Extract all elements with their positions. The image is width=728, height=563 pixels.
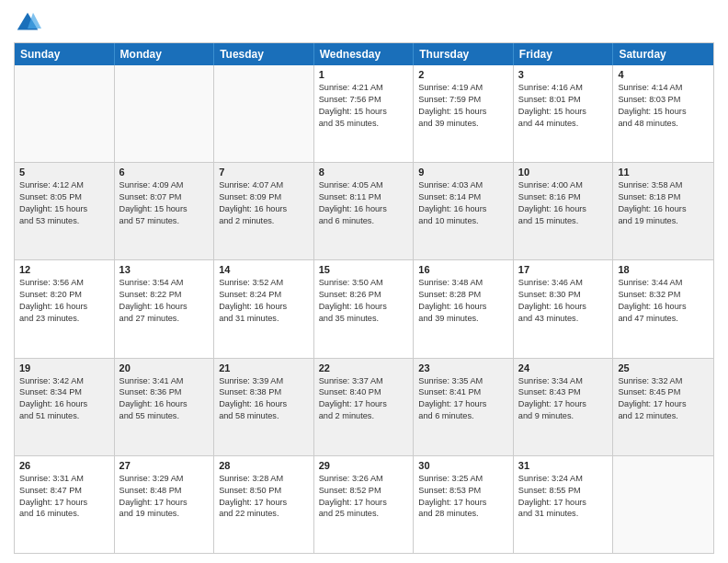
cell-info: Sunrise: 4:00 AM Sunset: 8:16 PM Dayligh…: [518, 179, 609, 227]
day-number: 8: [319, 167, 409, 178]
day-number: 5: [19, 167, 109, 178]
calendar-cell: 18Sunrise: 3:44 AM Sunset: 8:32 PM Dayli…: [613, 260, 713, 357]
calendar-cell: 15Sunrise: 3:50 AM Sunset: 8:26 PM Dayli…: [314, 260, 415, 357]
header: [14, 9, 714, 37]
cell-info: Sunrise: 3:58 AM Sunset: 8:18 PM Dayligh…: [618, 179, 709, 227]
calendar-row: 1Sunrise: 4:21 AM Sunset: 7:56 PM Daylig…: [15, 65, 713, 163]
calendar-cell: 11Sunrise: 3:58 AM Sunset: 8:18 PM Dayli…: [613, 163, 713, 259]
cell-info: Sunrise: 3:42 AM Sunset: 8:34 PM Dayligh…: [19, 375, 109, 423]
cell-info: Sunrise: 3:44 AM Sunset: 8:32 PM Dayligh…: [618, 277, 709, 325]
calendar-header-cell: Sunday: [15, 43, 115, 65]
day-number: 27: [119, 460, 210, 471]
day-number: 20: [119, 362, 210, 373]
cell-info: Sunrise: 4:21 AM Sunset: 7:56 PM Dayligh…: [319, 82, 409, 130]
cell-info: Sunrise: 4:14 AM Sunset: 8:03 PM Dayligh…: [618, 82, 709, 130]
calendar-cell: 23Sunrise: 3:35 AM Sunset: 8:41 PM Dayli…: [414, 359, 514, 455]
calendar-cell: 25Sunrise: 3:32 AM Sunset: 8:45 PM Dayli…: [613, 359, 713, 455]
cell-info: Sunrise: 3:54 AM Sunset: 8:22 PM Dayligh…: [119, 277, 210, 325]
cell-info: Sunrise: 3:25 AM Sunset: 8:53 PM Dayligh…: [418, 473, 508, 521]
cell-info: Sunrise: 3:31 AM Sunset: 8:47 PM Dayligh…: [19, 473, 109, 521]
day-number: 16: [418, 264, 508, 275]
cell-info: Sunrise: 3:34 AM Sunset: 8:43 PM Dayligh…: [518, 375, 609, 423]
calendar-cell: 6Sunrise: 4:09 AM Sunset: 8:07 PM Daylig…: [115, 163, 215, 259]
calendar-body: 1Sunrise: 4:21 AM Sunset: 7:56 PM Daylig…: [15, 65, 713, 553]
day-number: 11: [618, 167, 709, 178]
calendar-cell: 8Sunrise: 4:05 AM Sunset: 8:11 PM Daylig…: [314, 163, 415, 259]
day-number: 1: [319, 69, 409, 80]
calendar-row: 5Sunrise: 4:12 AM Sunset: 8:05 PM Daylig…: [15, 163, 713, 260]
cell-info: Sunrise: 3:37 AM Sunset: 8:40 PM Dayligh…: [319, 375, 409, 423]
calendar-header-cell: Tuesday: [214, 43, 314, 65]
cell-info: Sunrise: 4:05 AM Sunset: 8:11 PM Dayligh…: [319, 179, 409, 227]
calendar-cell: 30Sunrise: 3:25 AM Sunset: 8:53 PM Dayli…: [414, 456, 514, 553]
calendar-cell: [15, 65, 115, 162]
day-number: 23: [418, 362, 508, 373]
cell-info: Sunrise: 3:46 AM Sunset: 8:30 PM Dayligh…: [518, 277, 609, 325]
calendar-cell: 5Sunrise: 4:12 AM Sunset: 8:05 PM Daylig…: [15, 163, 115, 259]
cell-info: Sunrise: 3:56 AM Sunset: 8:20 PM Dayligh…: [19, 277, 109, 325]
calendar-cell: 16Sunrise: 3:48 AM Sunset: 8:28 PM Dayli…: [414, 260, 514, 357]
calendar-cell: 17Sunrise: 3:46 AM Sunset: 8:30 PM Dayli…: [514, 260, 614, 357]
calendar-row: 19Sunrise: 3:42 AM Sunset: 8:34 PM Dayli…: [15, 359, 713, 456]
day-number: 13: [119, 264, 210, 275]
cell-info: Sunrise: 3:50 AM Sunset: 8:26 PM Dayligh…: [319, 277, 409, 325]
calendar-header-cell: Monday: [115, 43, 215, 65]
cell-info: Sunrise: 3:39 AM Sunset: 8:38 PM Dayligh…: [219, 375, 309, 423]
calendar-cell: [115, 65, 215, 162]
calendar-cell: 14Sunrise: 3:52 AM Sunset: 8:24 PM Dayli…: [214, 260, 314, 357]
cell-info: Sunrise: 4:07 AM Sunset: 8:09 PM Dayligh…: [219, 179, 309, 227]
calendar-cell: 12Sunrise: 3:56 AM Sunset: 8:20 PM Dayli…: [15, 260, 115, 357]
calendar-header-cell: Wednesday: [314, 43, 415, 65]
cell-info: Sunrise: 3:28 AM Sunset: 8:50 PM Dayligh…: [219, 473, 309, 521]
cell-info: Sunrise: 4:12 AM Sunset: 8:05 PM Dayligh…: [19, 179, 109, 227]
cell-info: Sunrise: 3:48 AM Sunset: 8:28 PM Dayligh…: [418, 277, 508, 325]
day-number: 22: [319, 362, 409, 373]
calendar-cell: 2Sunrise: 4:19 AM Sunset: 7:59 PM Daylig…: [414, 65, 514, 162]
calendar-header: SundayMondayTuesdayWednesdayThursdayFrid…: [15, 43, 713, 65]
calendar-header-cell: Friday: [514, 43, 614, 65]
cell-info: Sunrise: 4:16 AM Sunset: 8:01 PM Dayligh…: [518, 82, 609, 130]
day-number: 7: [219, 167, 309, 178]
cell-info: Sunrise: 3:32 AM Sunset: 8:45 PM Dayligh…: [618, 375, 709, 423]
day-number: 10: [518, 167, 609, 178]
calendar-cell: 21Sunrise: 3:39 AM Sunset: 8:38 PM Dayli…: [214, 359, 314, 455]
day-number: 26: [19, 460, 109, 471]
calendar-header-cell: Thursday: [414, 43, 514, 65]
calendar-cell: 29Sunrise: 3:26 AM Sunset: 8:52 PM Dayli…: [314, 456, 415, 553]
calendar-cell: 31Sunrise: 3:24 AM Sunset: 8:55 PM Dayli…: [514, 456, 614, 553]
calendar-cell: [214, 65, 314, 162]
calendar-cell: 20Sunrise: 3:41 AM Sunset: 8:36 PM Dayli…: [115, 359, 215, 455]
day-number: 3: [518, 69, 609, 80]
calendar-cell: 27Sunrise: 3:29 AM Sunset: 8:48 PM Dayli…: [115, 456, 215, 553]
cell-info: Sunrise: 3:29 AM Sunset: 8:48 PM Dayligh…: [119, 473, 210, 521]
day-number: 31: [518, 460, 609, 471]
calendar-cell: 10Sunrise: 4:00 AM Sunset: 8:16 PM Dayli…: [514, 163, 614, 259]
cell-info: Sunrise: 4:09 AM Sunset: 8:07 PM Dayligh…: [119, 179, 210, 227]
day-number: 30: [418, 460, 508, 471]
calendar-cell: 28Sunrise: 3:28 AM Sunset: 8:50 PM Dayli…: [214, 456, 314, 553]
day-number: 25: [618, 362, 709, 373]
calendar-cell: 24Sunrise: 3:34 AM Sunset: 8:43 PM Dayli…: [514, 359, 614, 455]
day-number: 29: [319, 460, 409, 471]
calendar-header-cell: Saturday: [613, 43, 713, 65]
day-number: 9: [418, 167, 508, 178]
calendar-cell: [613, 456, 713, 553]
calendar-cell: 13Sunrise: 3:54 AM Sunset: 8:22 PM Dayli…: [115, 260, 215, 357]
day-number: 28: [219, 460, 309, 471]
cell-info: Sunrise: 3:35 AM Sunset: 8:41 PM Dayligh…: [418, 375, 508, 423]
day-number: 21: [219, 362, 309, 373]
day-number: 18: [618, 264, 709, 275]
day-number: 19: [19, 362, 109, 373]
day-number: 4: [618, 69, 709, 80]
cell-info: Sunrise: 3:24 AM Sunset: 8:55 PM Dayligh…: [518, 473, 609, 521]
cell-info: Sunrise: 3:26 AM Sunset: 8:52 PM Dayligh…: [319, 473, 409, 521]
calendar-row: 26Sunrise: 3:31 AM Sunset: 8:47 PM Dayli…: [15, 456, 713, 553]
day-number: 17: [518, 264, 609, 275]
calendar-cell: 9Sunrise: 4:03 AM Sunset: 8:14 PM Daylig…: [414, 163, 514, 259]
day-number: 12: [19, 264, 109, 275]
page: SundayMondayTuesdayWednesdayThursdayFrid…: [0, 0, 728, 563]
calendar-row: 12Sunrise: 3:56 AM Sunset: 8:20 PM Dayli…: [15, 260, 713, 358]
day-number: 15: [319, 264, 409, 275]
cell-info: Sunrise: 4:03 AM Sunset: 8:14 PM Dayligh…: [418, 179, 508, 227]
day-number: 2: [418, 69, 508, 80]
